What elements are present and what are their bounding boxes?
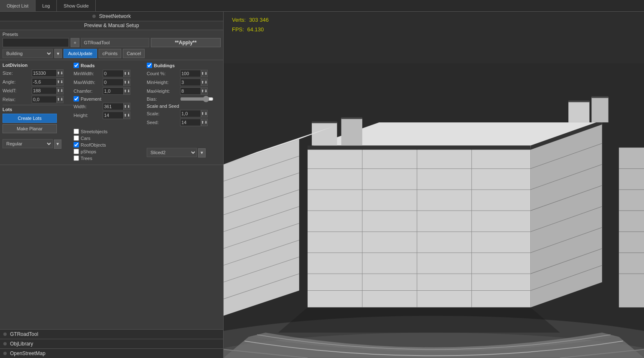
- panel-title-text: StreetNetwork: [99, 13, 131, 19]
- apply-button[interactable]: **Apply**: [151, 38, 221, 47]
- autoupdate-button[interactable]: AutoUpdate: [64, 49, 97, 58]
- preset-arrow-btn[interactable]: ▼: [54, 49, 62, 58]
- gtroad-section[interactable]: GTRoadTool: [0, 329, 223, 339]
- pave-width-label: Width:: [74, 104, 103, 109]
- svg-rect-29: [568, 101, 589, 102]
- cancel-button[interactable]: Cancel: [123, 49, 145, 58]
- cars-checkbox[interactable]: [74, 135, 79, 141]
- cars-label: Cars: [81, 136, 90, 141]
- scale-input[interactable]: [180, 110, 201, 117]
- max-width-spin[interactable]: ⬆⬇: [124, 79, 130, 86]
- create-lots-button[interactable]: Create Lots: [3, 114, 57, 123]
- buildings-col: Buildings Count %: ⬆⬇ MinHeight: ⬆⬇ MaxH…: [147, 63, 221, 162]
- weld-spin[interactable]: ⬆⬇: [57, 87, 64, 94]
- relax-input[interactable]: [32, 96, 57, 103]
- size-input[interactable]: [32, 69, 57, 77]
- seed-input[interactable]: [180, 119, 201, 126]
- angle-input[interactable]: [32, 78, 57, 86]
- openstreetmap-section[interactable]: OpenStreetMap: [0, 348, 223, 358]
- streetobjects-checkbox[interactable]: [74, 129, 79, 134]
- roads-checkbox[interactable]: [74, 63, 79, 68]
- svg-rect-28: [591, 97, 608, 122]
- pave-width-input[interactable]: [103, 103, 124, 110]
- pave-height-spin[interactable]: ⬆⬇: [124, 112, 130, 119]
- relax-spin[interactable]: ⬆⬇: [57, 96, 64, 103]
- trees-row: Trees: [74, 155, 147, 161]
- style2-arrow[interactable]: ▼: [198, 148, 206, 157]
- top-tab-bar: Object List Log Show Guide: [0, 0, 644, 12]
- min-width-spin[interactable]: ⬆⬇: [124, 70, 130, 77]
- seed-label: Seed:: [147, 120, 180, 125]
- fps-line: FPS: 64.130: [232, 25, 269, 34]
- section-title: Preview & Manual Setup: [0, 21, 223, 30]
- roads-header: Roads: [74, 63, 147, 68]
- size-spin[interactable]: ⬆⬇: [57, 69, 64, 77]
- angle-spin[interactable]: ⬆⬇: [57, 78, 64, 86]
- regular-dropdown-arrow[interactable]: ▼: [54, 140, 61, 149]
- svg-rect-27: [568, 102, 589, 122]
- scale-spin[interactable]: ⬆⬇: [201, 110, 208, 117]
- bias-row: Bias:: [147, 96, 221, 102]
- max-height-input[interactable]: [180, 87, 201, 95]
- max-width-row: MaxWidth: ⬆⬇: [74, 79, 147, 86]
- buildings-checkbox[interactable]: [147, 63, 152, 68]
- lot-division-title: LotDivision: [3, 63, 28, 68]
- scale-label: Scale:: [147, 111, 180, 116]
- tab-log[interactable]: Log: [36, 0, 57, 11]
- roofobjects-checkbox[interactable]: [74, 142, 79, 147]
- preset-add-button[interactable]: +: [71, 38, 79, 47]
- trees-checkbox[interactable]: [74, 155, 79, 161]
- pavement-checkbox[interactable]: [74, 96, 79, 102]
- objlibrary-section[interactable]: ObjLibrary: [0, 339, 223, 348]
- tab-show-guide[interactable]: Show Guide: [57, 0, 96, 11]
- count-spin[interactable]: ⬆⬇: [201, 70, 208, 77]
- fps-label: FPS:: [232, 26, 244, 33]
- min-width-label: MinWidth:: [74, 71, 103, 76]
- count-label: Count %:: [147, 71, 180, 76]
- preset-input[interactable]: [3, 38, 69, 47]
- scene-3d-svg: [224, 63, 644, 358]
- roofobjects-label: RoofObjects: [81, 142, 106, 147]
- objlibrary-dot: [3, 342, 7, 345]
- min-height-label: MinHeight:: [147, 80, 180, 85]
- pshops-checkbox[interactable]: [74, 149, 79, 154]
- preset-building-select[interactable]: Building: [3, 49, 53, 58]
- max-width-input[interactable]: [103, 79, 124, 86]
- lots-section: Lots Create Lots Make Planar: [3, 105, 74, 136]
- chamfer-input[interactable]: [103, 87, 124, 95]
- max-width-label: MaxWidth:: [74, 80, 103, 85]
- objlibrary-label: ObjLibrary: [10, 341, 33, 347]
- cpoints-button[interactable]: cPoints: [99, 49, 121, 58]
- min-height-input[interactable]: [180, 79, 201, 86]
- tab-object-list[interactable]: Object List: [0, 0, 36, 11]
- bias-slider[interactable]: [180, 96, 214, 102]
- min-height-spin[interactable]: ⬆⬇: [201, 79, 208, 86]
- seed-spin[interactable]: ⬆⬇: [201, 119, 208, 126]
- gtroad-label: GTRoadTool: [10, 331, 38, 337]
- spacer1: [74, 120, 147, 129]
- relax-label: Relax:: [3, 97, 32, 102]
- pave-width-row: Width: ⬆⬇: [74, 103, 147, 110]
- count-input[interactable]: [180, 70, 201, 77]
- weld-input[interactable]: [32, 87, 57, 94]
- chamfer-spin[interactable]: ⬆⬇: [124, 87, 130, 95]
- bias-slider-container: [180, 96, 214, 102]
- svg-rect-22: [308, 146, 531, 150]
- max-height-spin[interactable]: ⬆⬇: [201, 87, 208, 95]
- verts-line: Verts: 303 346: [232, 15, 269, 25]
- pave-width-spin[interactable]: ⬆⬇: [124, 103, 130, 110]
- weld-field-row: WeldT: ⬆⬇: [3, 87, 74, 94]
- pshops-label: pShops: [81, 149, 96, 154]
- panel-dot: [92, 15, 96, 18]
- min-width-input[interactable]: [103, 70, 124, 77]
- seed-row: Seed: ⬆⬇: [147, 119, 221, 126]
- chamfer-row: Chamfer: ⬆⬇: [74, 87, 147, 95]
- angle-field-row: Angle: ⬆⬇: [3, 78, 74, 86]
- viewport[interactable]: Verts: 303 346 FPS: 64.130: [224, 12, 644, 358]
- osm-dot: [3, 352, 7, 355]
- style2-select[interactable]: Sliced2 Sliced1 Flat: [147, 148, 197, 157]
- regular-style-select[interactable]: Regular Urban Suburban: [3, 139, 53, 148]
- lots-header: Lots: [3, 107, 71, 112]
- make-planar-button[interactable]: Make Planar: [3, 124, 57, 133]
- pave-height-input[interactable]: [103, 112, 124, 119]
